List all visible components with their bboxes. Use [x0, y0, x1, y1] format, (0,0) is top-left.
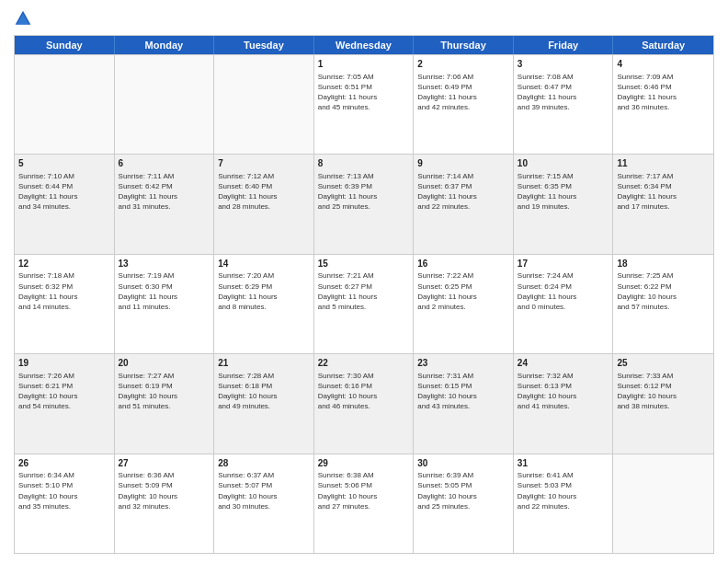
cell-info: Sunrise: 7:15 AM Sunset: 6:35 PM Dayligh… [518, 171, 609, 213]
day-number: 29 [318, 457, 410, 470]
cell-info: Sunrise: 7:11 AM Sunset: 6:42 PM Dayligh… [119, 171, 210, 213]
cell-info: Sunrise: 7:10 AM Sunset: 6:44 PM Dayligh… [18, 171, 110, 213]
day-number: 11 [617, 157, 710, 170]
day-number: 7 [218, 157, 310, 170]
cell-info: Sunrise: 7:24 AM Sunset: 6:24 PM Dayligh… [518, 270, 609, 312]
day-number: 23 [417, 357, 509, 370]
week-row-3: 12Sunrise: 7:18 AM Sunset: 6:32 PM Dayli… [15, 254, 713, 353]
calendar-header-row: SundayMondayTuesdayWednesdayThursdayFrid… [15, 36, 713, 54]
cell-info: Sunrise: 7:13 AM Sunset: 6:39 PM Dayligh… [318, 171, 410, 213]
cal-cell: 14Sunrise: 7:20 AM Sunset: 6:29 PM Dayli… [214, 255, 314, 353]
cal-cell: 23Sunrise: 7:31 AM Sunset: 6:15 PM Dayli… [414, 354, 514, 453]
cell-info: Sunrise: 7:30 AM Sunset: 6:16 PM Dayligh… [318, 371, 410, 412]
day-number: 6 [119, 157, 210, 170]
header-day-friday: Friday [514, 36, 614, 54]
cal-cell: 17Sunrise: 7:24 AM Sunset: 6:24 PM Dayli… [514, 255, 614, 353]
cell-info: Sunrise: 7:05 AM Sunset: 6:51 PM Dayligh… [318, 72, 410, 113]
cell-info: Sunrise: 7:27 AM Sunset: 6:19 PM Dayligh… [119, 371, 210, 412]
day-number: 18 [617, 258, 710, 270]
day-number: 10 [518, 157, 609, 170]
cell-info: Sunrise: 6:37 AM Sunset: 5:07 PM Dayligh… [218, 470, 310, 511]
cal-cell: 11Sunrise: 7:17 AM Sunset: 6:34 PM Dayli… [613, 155, 713, 253]
week-row-5: 26Sunrise: 6:34 AM Sunset: 5:10 PM Dayli… [15, 454, 713, 553]
day-number: 8 [318, 157, 410, 170]
cal-cell: 18Sunrise: 7:25 AM Sunset: 6:22 PM Dayli… [613, 255, 713, 353]
day-number: 21 [218, 357, 310, 370]
cal-cell [214, 55, 314, 154]
day-number: 25 [617, 357, 710, 370]
header-day-tuesday: Tuesday [214, 36, 314, 54]
cal-cell: 21Sunrise: 7:28 AM Sunset: 6:18 PM Dayli… [214, 354, 314, 453]
cal-cell: 12Sunrise: 7:18 AM Sunset: 6:32 PM Dayli… [15, 255, 115, 353]
cal-cell: 26Sunrise: 6:34 AM Sunset: 5:10 PM Dayli… [15, 454, 115, 553]
cal-cell: 8Sunrise: 7:13 AM Sunset: 6:39 PM Daylig… [314, 155, 415, 253]
header-day-wednesday: Wednesday [314, 36, 415, 54]
header-day-sunday: Sunday [15, 36, 115, 54]
cal-cell: 9Sunrise: 7:14 AM Sunset: 6:37 PM Daylig… [414, 155, 514, 253]
day-number: 31 [518, 457, 609, 470]
cal-cell: 10Sunrise: 7:15 AM Sunset: 6:35 PM Dayli… [514, 155, 614, 253]
day-number: 20 [119, 357, 210, 370]
day-number: 1 [318, 58, 410, 71]
cell-info: Sunrise: 7:26 AM Sunset: 6:21 PM Dayligh… [18, 371, 110, 412]
cell-info: Sunrise: 6:39 AM Sunset: 5:05 PM Dayligh… [417, 470, 509, 511]
cal-cell: 6Sunrise: 7:11 AM Sunset: 6:42 PM Daylig… [115, 155, 215, 253]
cal-cell: 24Sunrise: 7:32 AM Sunset: 6:13 PM Dayli… [514, 354, 614, 453]
cell-info: Sunrise: 7:18 AM Sunset: 6:32 PM Dayligh… [18, 270, 110, 312]
cal-cell: 3Sunrise: 7:08 AM Sunset: 6:47 PM Daylig… [514, 55, 614, 154]
day-number: 5 [18, 157, 110, 170]
cell-info: Sunrise: 7:08 AM Sunset: 6:47 PM Dayligh… [518, 72, 609, 113]
cal-cell: 5Sunrise: 7:10 AM Sunset: 6:44 PM Daylig… [15, 155, 115, 253]
logo [14, 9, 34, 28]
cal-cell: 31Sunrise: 6:41 AM Sunset: 5:03 PM Dayli… [514, 454, 614, 553]
cell-info: Sunrise: 7:06 AM Sunset: 6:49 PM Dayligh… [417, 72, 509, 113]
cal-cell: 22Sunrise: 7:30 AM Sunset: 6:16 PM Dayli… [314, 354, 415, 453]
cal-cell [115, 55, 215, 154]
cal-cell: 30Sunrise: 6:39 AM Sunset: 5:05 PM Dayli… [414, 454, 514, 553]
cell-info: Sunrise: 7:12 AM Sunset: 6:40 PM Dayligh… [218, 171, 310, 213]
cal-cell: 2Sunrise: 7:06 AM Sunset: 6:49 PM Daylig… [414, 55, 514, 154]
week-row-4: 19Sunrise: 7:26 AM Sunset: 6:21 PM Dayli… [15, 353, 713, 453]
week-row-1: 1Sunrise: 7:05 AM Sunset: 6:51 PM Daylig… [15, 54, 713, 154]
cal-cell: 1Sunrise: 7:05 AM Sunset: 6:51 PM Daylig… [314, 55, 415, 154]
cell-info: Sunrise: 7:28 AM Sunset: 6:18 PM Dayligh… [218, 371, 310, 412]
page: SundayMondayTuesdayWednesdayThursdayFrid… [0, 0, 728, 563]
day-number: 24 [518, 357, 609, 370]
cal-cell: 7Sunrise: 7:12 AM Sunset: 6:40 PM Daylig… [214, 155, 314, 253]
cal-cell: 20Sunrise: 7:27 AM Sunset: 6:19 PM Dayli… [115, 354, 215, 453]
day-number: 26 [18, 457, 110, 470]
cell-info: Sunrise: 7:17 AM Sunset: 6:34 PM Dayligh… [617, 171, 710, 213]
header-day-monday: Monday [115, 36, 215, 54]
cal-cell: 16Sunrise: 7:22 AM Sunset: 6:25 PM Dayli… [414, 255, 514, 353]
day-number: 15 [318, 258, 410, 270]
cell-info: Sunrise: 6:38 AM Sunset: 5:06 PM Dayligh… [318, 470, 410, 511]
header-day-thursday: Thursday [414, 36, 514, 54]
calendar: SundayMondayTuesdayWednesdayThursdayFrid… [14, 35, 714, 554]
cal-cell: 27Sunrise: 6:36 AM Sunset: 5:09 PM Dayli… [115, 454, 215, 553]
cell-info: Sunrise: 7:25 AM Sunset: 6:22 PM Dayligh… [617, 270, 710, 312]
cell-info: Sunrise: 6:41 AM Sunset: 5:03 PM Dayligh… [518, 470, 609, 511]
cell-info: Sunrise: 7:21 AM Sunset: 6:27 PM Dayligh… [318, 270, 410, 312]
cell-info: Sunrise: 7:20 AM Sunset: 6:29 PM Dayligh… [218, 270, 310, 312]
week-row-2: 5Sunrise: 7:10 AM Sunset: 6:44 PM Daylig… [15, 154, 713, 253]
day-number: 3 [518, 58, 609, 71]
day-number: 16 [417, 258, 509, 270]
cal-cell: 29Sunrise: 6:38 AM Sunset: 5:06 PM Dayli… [314, 454, 415, 553]
day-number: 12 [18, 258, 110, 270]
day-number: 27 [119, 457, 210, 470]
calendar-body: 1Sunrise: 7:05 AM Sunset: 6:51 PM Daylig… [15, 54, 713, 553]
cell-info: Sunrise: 7:19 AM Sunset: 6:30 PM Dayligh… [119, 270, 210, 312]
header-day-saturday: Saturday [613, 36, 713, 54]
day-number: 17 [518, 258, 609, 270]
cell-info: Sunrise: 7:09 AM Sunset: 6:46 PM Dayligh… [617, 72, 710, 113]
day-number: 2 [417, 58, 509, 71]
cal-cell: 28Sunrise: 6:37 AM Sunset: 5:07 PM Dayli… [214, 454, 314, 553]
cal-cell: 19Sunrise: 7:26 AM Sunset: 6:21 PM Dayli… [15, 354, 115, 453]
cal-cell: 25Sunrise: 7:33 AM Sunset: 6:12 PM Dayli… [613, 354, 713, 453]
cal-cell: 13Sunrise: 7:19 AM Sunset: 6:30 PM Dayli… [115, 255, 215, 353]
day-number: 22 [318, 357, 410, 370]
logo-icon [14, 9, 32, 28]
cell-info: Sunrise: 7:22 AM Sunset: 6:25 PM Dayligh… [417, 270, 509, 312]
day-number: 13 [119, 258, 210, 270]
cal-cell [15, 55, 115, 154]
